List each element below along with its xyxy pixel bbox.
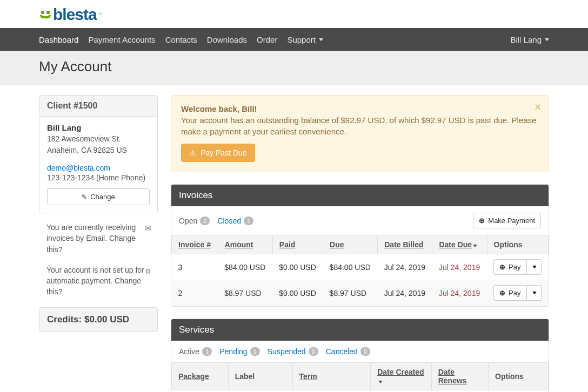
cell-options: Pay: [487, 280, 548, 306]
nav-support-label: Support: [287, 35, 316, 44]
col-invoice-num[interactable]: Invoice #: [172, 235, 218, 254]
cell-options: Manage: [489, 390, 549, 393]
pay-dropdown[interactable]: [527, 259, 542, 275]
cell-invoice-num: 2: [172, 280, 218, 306]
nav-left: Dashboard Payment Accounts Contacts Down…: [39, 28, 323, 51]
make-payment-button[interactable]: Make Payment: [473, 213, 541, 228]
pay-button[interactable]: Pay: [493, 285, 526, 301]
gear-icon: [145, 265, 151, 277]
logo-trademark: ™: [98, 12, 103, 17]
pay-dropdown[interactable]: [527, 285, 542, 301]
plus-circle-icon: [499, 289, 505, 297]
cell-date-due: Jul 24, 2019: [432, 280, 487, 306]
invoices-table-header: Invoice # Amount Paid Due Date Billed Da…: [172, 235, 549, 254]
page-title: My Account: [39, 58, 549, 75]
cell-date-billed: Jul 24, 2019: [378, 280, 432, 306]
alert-balance: × Welcome back, Bill! Your account has a…: [171, 95, 549, 172]
nav-downloads[interactable]: Downloads: [207, 35, 247, 44]
col-options: Options: [487, 235, 548, 254]
autopay-text: Your account is not set up for automatic…: [46, 266, 144, 296]
nav-order[interactable]: Order: [257, 35, 277, 44]
nav-contacts[interactable]: Contacts: [165, 35, 197, 44]
pay-button[interactable]: Pay: [493, 259, 526, 275]
tab-services-canceled[interactable]: Canceled 0: [326, 347, 370, 356]
nav-dashboard[interactable]: Dashboard: [39, 35, 78, 44]
cell-date-created: Feb 07, 2019: [371, 390, 432, 393]
cell-due: $8.97 USD: [323, 280, 378, 306]
client-name: Bill Lang: [47, 123, 150, 132]
invoices-panel: Invoices Open 2 Closed 1 Make Payment: [171, 184, 549, 307]
tab-services-suspended[interactable]: Suspended 0: [268, 347, 318, 356]
cell-term: 1 Month @ $7.00 USD: [292, 390, 371, 393]
nav-user-label: Bill Lang: [510, 35, 542, 44]
table-row[interactable]: 2$8.97 USD$0.00 USD$8.97 USDJul 24, 2019…: [172, 280, 549, 306]
warning-icon: [189, 148, 196, 157]
col-date-renews[interactable]: Date Renews: [431, 363, 488, 390]
pay-past-due-label: Pay Past Due: [201, 148, 247, 157]
col-term[interactable]: Term: [292, 363, 371, 390]
logo-text: blesta: [53, 5, 97, 24]
tab-services-active[interactable]: Active 1: [179, 347, 212, 356]
col-package[interactable]: Package: [172, 363, 229, 390]
tab-invoices-open[interactable]: Open 2: [179, 217, 210, 225]
invoices-table: Invoice # Amount Paid Due Date Billed Da…: [171, 235, 549, 306]
col-due[interactable]: Due: [323, 235, 378, 254]
autopay-note[interactable]: Your account is not set up for automatic…: [39, 265, 158, 307]
cell-label: mydomain.com: [228, 390, 292, 393]
navbar: Dashboard Payment Accounts Contacts Down…: [0, 28, 588, 51]
cell-due: $84.00 USD: [323, 254, 378, 280]
nav-user-menu[interactable]: Bill Lang: [510, 35, 549, 44]
services-tabs: Active 1 Pending 1 Suspended 0 Canceled …: [179, 347, 370, 356]
logo[interactable]: blesta ™: [39, 5, 103, 24]
cell-options: Pay: [487, 254, 548, 280]
table-row[interactable]: Silver Hostingmydomain.com1 Month @ $7.0…: [172, 390, 549, 393]
caret-down-icon: [545, 38, 549, 41]
nav-payment-accounts[interactable]: Payment Accounts: [88, 35, 155, 44]
cell-date-due: Jul 24, 2019: [432, 254, 487, 280]
services-table: Package Label Term Date Created Date Ren…: [171, 362, 549, 392]
client-address-line1: 182 Awesomeview St.: [47, 133, 150, 145]
alert-close-icon[interactable]: ×: [534, 101, 541, 113]
badge: 0: [360, 347, 370, 356]
sort-caret-icon: [473, 245, 477, 247]
badge: 1: [202, 347, 212, 356]
client-card-head: Client #1500: [39, 96, 157, 117]
services-panel: Services Active 1 Pending 1 Suspended 0: [171, 319, 549, 392]
col-date-created[interactable]: Date Created: [371, 363, 432, 390]
caret-down-icon: [532, 292, 537, 294]
pencil-icon: [82, 193, 87, 201]
client-address-line2: Anaheim, CA 92825 US: [47, 145, 150, 156]
cell-date-renews: Mar 07, 2019: [431, 390, 488, 393]
logo-area: blesta ™: [0, 0, 588, 28]
caret-down-icon: [532, 266, 537, 268]
tab-invoices-closed[interactable]: Closed 1: [217, 217, 253, 225]
credits-card: Credits: $0.00 USD: [39, 307, 158, 332]
email-pref-note[interactable]: ✉ You are currently receiving invoices b…: [39, 222, 158, 265]
envelope-icon: ✉: [144, 222, 151, 234]
col-date-due[interactable]: Date Due: [432, 235, 487, 254]
tab-services-pending[interactable]: Pending 1: [219, 347, 260, 356]
plus-circle-icon: [499, 263, 505, 271]
nav-support[interactable]: Support: [287, 35, 323, 44]
email-pref-text: You are currently receiving invoices by …: [46, 223, 136, 254]
cell-paid: $0.00 USD: [272, 280, 323, 306]
col-paid[interactable]: Paid: [272, 235, 323, 254]
col-options: Options: [489, 363, 549, 390]
nav-right: Bill Lang: [510, 28, 549, 51]
pay-past-due-button[interactable]: Pay Past Due: [181, 144, 255, 162]
cell-invoice-num: 3: [172, 254, 218, 280]
client-email[interactable]: demo@blesta.com: [47, 164, 150, 172]
cell-paid: $0.00 USD: [272, 254, 323, 280]
cell-amount: $8.97 USD: [218, 280, 272, 306]
client-card: Client #1500 Bill Lang 182 Awesomeview S…: [39, 95, 158, 213]
col-date-billed[interactable]: Date Billed: [378, 235, 432, 254]
badge: 0: [309, 347, 318, 356]
badge: 1: [250, 347, 260, 356]
change-button[interactable]: Change: [47, 188, 150, 205]
cell-date-billed: Jul 24, 2019: [378, 254, 432, 280]
table-row[interactable]: 3$84.00 USD$0.00 USD$84.00 USDJul 24, 20…: [172, 254, 549, 280]
badge: 2: [200, 217, 210, 225]
logo-icon: [39, 10, 52, 19]
col-amount[interactable]: Amount: [218, 235, 272, 254]
plus-circle-icon: [479, 217, 485, 225]
